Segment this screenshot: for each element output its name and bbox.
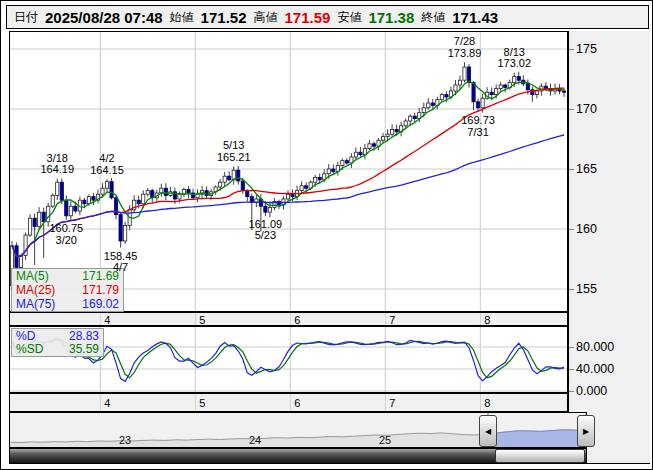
ma25-label: MA(25) (16, 284, 55, 298)
stock-chart-window: 日付 2025/08/28 07:48 始値 171.52 高値 171.59 … (0, 0, 653, 470)
year-label: 23 (119, 434, 131, 446)
swing-annotation: 158.454/7 (76, 251, 166, 274)
tick-mark (569, 347, 574, 348)
ma75-label: MA(75) (16, 298, 55, 312)
tick-mark (569, 229, 574, 230)
month-gridline (480, 394, 481, 411)
month-gridline (385, 313, 386, 325)
ma75-value: 169.02 (82, 298, 119, 312)
month-gridline (100, 394, 101, 411)
tick-mark (569, 109, 574, 110)
stoch-tick-label: 0.000 (576, 384, 607, 398)
month-gridline (195, 313, 196, 325)
price-tick-label: 155 (576, 282, 597, 296)
month-axis-upper: 45678 (9, 312, 568, 326)
swing-annotation: 5/13165.21 (189, 140, 279, 163)
month-gridline (385, 394, 386, 411)
ma5-label: MA(5) (16, 270, 49, 284)
tick-mark (569, 391, 574, 392)
range-navigator[interactable]: 232425 (9, 412, 587, 448)
swing-annotation: 4/2164.15 (62, 153, 152, 176)
close-value: 171.43 (452, 9, 498, 26)
month-label: 7 (389, 314, 395, 326)
navigator-right-handle[interactable]: ▶ (577, 415, 595, 447)
month-label: 7 (389, 397, 395, 409)
swing-annotation: 8/13173.02 (469, 47, 559, 70)
month-label: 5 (199, 314, 205, 326)
month-label: 5 (199, 397, 205, 409)
horizontal-scrollbar[interactable] (9, 448, 587, 464)
year-label: 24 (249, 434, 261, 446)
price-tick-label: 175 (576, 42, 597, 56)
price-tick-label: 160 (576, 222, 597, 236)
price-tick-label: 170 (576, 102, 597, 116)
month-label: 6 (294, 397, 300, 409)
open-label: 始値 (170, 9, 194, 26)
right-arrow-icon: ▶ (583, 427, 589, 436)
swing-annotation: 160.753/20 (21, 223, 111, 246)
low-value: 171.38 (368, 9, 414, 26)
month-gridline (195, 394, 196, 411)
month-label: 8 (484, 397, 490, 409)
year-label: 25 (379, 434, 391, 446)
bottom-right-filler (587, 412, 650, 464)
tick-mark (569, 369, 574, 370)
month-label: 8 (484, 314, 490, 326)
month-gridline (290, 394, 291, 411)
quote-header: 日付 2025/08/28 07:48 始値 171.52 高値 171.59 … (6, 5, 649, 29)
open-value: 171.52 (201, 9, 247, 26)
navigator-left-handle[interactable]: ◀ (479, 415, 497, 447)
tick-mark (569, 289, 574, 290)
month-gridline (480, 313, 481, 325)
month-axis-lower: 45678 (9, 393, 568, 412)
price-chart-plot[interactable]: MA(5) 171.69 MA(25) 171.79 MA(75) 169.02… (9, 31, 568, 312)
date-value: 2025/08/28 07:48 (45, 9, 163, 26)
close-label: 終値 (421, 9, 445, 26)
month-gridline (290, 313, 291, 325)
left-arrow-icon: ◀ (485, 427, 491, 436)
low-label: 安値 (337, 9, 361, 26)
high-label: 高値 (254, 9, 278, 26)
ma25-value: 171.79 (82, 284, 119, 298)
ma-legend: MA(5) 171.69 MA(25) 171.79 MA(75) 169.02 (11, 268, 124, 312)
stoch-tick-label: 80.000 (576, 340, 614, 354)
month-gridline (100, 313, 101, 325)
high-value: 171.59 (285, 9, 331, 26)
price-axis-column: 17517016516015580.00040.0000.000 (568, 31, 650, 412)
month-label: 6 (294, 314, 300, 326)
stochastic-plot[interactable]: %D 28.83 %SD 35.59 (9, 326, 568, 393)
tick-mark (569, 49, 574, 50)
navigator-area-chart[interactable] (10, 413, 586, 447)
date-label: 日付 (14, 9, 38, 26)
tick-mark (569, 169, 574, 170)
stoch-tick-label: 40.000 (576, 362, 614, 376)
scrollbar-thumb[interactable] (495, 449, 585, 463)
percent-sd-label: %SD (16, 343, 43, 356)
percent-sd-value: 35.59 (69, 343, 99, 356)
month-label: 4 (104, 397, 110, 409)
price-tick-label: 165 (576, 162, 597, 176)
stochastic-legend: %D 28.83 %SD 35.59 (11, 328, 104, 357)
swing-annotation: 169.737/31 (433, 115, 523, 138)
month-label: 4 (104, 314, 110, 326)
swing-annotation: 161.095/23 (220, 219, 310, 242)
